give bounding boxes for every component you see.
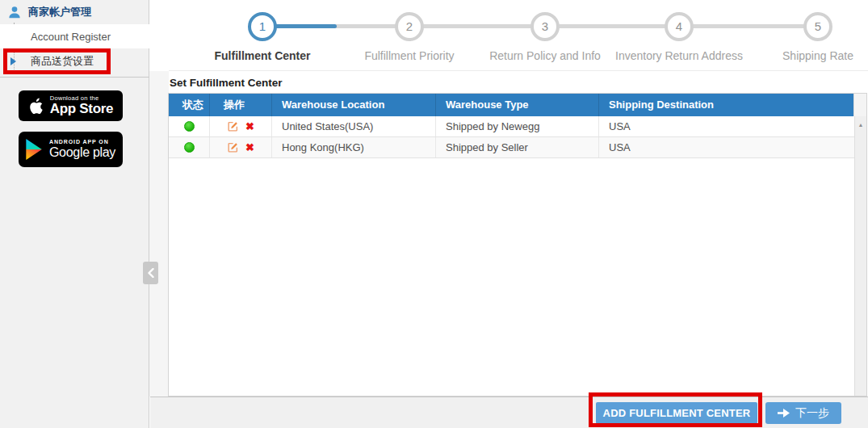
status-active-dot	[184, 142, 195, 153]
google-play-icon	[26, 139, 43, 160]
status-cell	[169, 116, 210, 136]
sidebar: 商家帐户管理 Account Register 商品送货设置 Download …	[0, 0, 149, 428]
warehouse-location-cell: United States(USA)	[272, 116, 436, 136]
table-header-scrollbar-corner	[853, 94, 866, 116]
status-active-dot	[184, 121, 195, 132]
step-circle-2[interactable]: 2	[395, 12, 424, 41]
app-store-badge[interactable]: Download on the App Store	[19, 90, 123, 121]
vertical-scrollbar[interactable]: ▲	[854, 116, 866, 396]
google-play-badge[interactable]: ANDROID APP ON Google play	[19, 132, 123, 167]
caret-right-icon	[10, 57, 16, 65]
column-header-warehouse-type: Warehouse Type	[436, 94, 599, 116]
column-header-operation: 操作	[210, 94, 272, 116]
edit-icon[interactable]	[227, 120, 239, 132]
table-header-row: 状态 操作 Warehouse Location Warehouse Type …	[169, 94, 866, 116]
add-fulfillment-center-button[interactable]: ADD FULFILLMENT CENTER	[596, 402, 757, 424]
warehouse-type-cell: Shipped by Newegg	[436, 116, 599, 136]
page-title: Set Fulfillment Center	[170, 77, 283, 89]
content-gutter	[149, 71, 169, 397]
column-header-warehouse-location: Warehouse Location	[272, 94, 436, 116]
fulfillment-center-table: 状态 操作 Warehouse Location Warehouse Type …	[168, 93, 867, 397]
warehouse-location-cell: Hong Kong(HKG)	[272, 137, 436, 157]
shipping-destination-cell: USA	[599, 137, 853, 157]
next-step-button[interactable]: 下一步	[765, 402, 841, 424]
next-step-label: 下一步	[795, 406, 829, 421]
sidebar-item-account-register[interactable]: Account Register	[0, 24, 149, 48]
warehouse-type-cell: Shipped by Seller	[436, 137, 599, 157]
status-cell	[169, 137, 210, 157]
seller-portal-app: 商家帐户管理 Account Register 商品送货设置 Download …	[0, 0, 868, 428]
google-play-badge-title: Google play	[49, 145, 115, 160]
step-circle-1[interactable]: 1	[248, 12, 277, 41]
delete-icon[interactable]: ✖	[245, 142, 254, 153]
table-row[interactable]: ✖ United States(USA) Shipped by Newegg U…	[169, 116, 866, 137]
step-circle-4[interactable]: 4	[665, 12, 694, 41]
sidebar-divider	[0, 77, 149, 78]
apple-icon	[28, 97, 44, 115]
sidebar-item-delivery-settings[interactable]: 商品送货设置	[0, 48, 149, 73]
sidebar-item-account-management[interactable]: 商家帐户管理	[0, 0, 149, 24]
shipping-destination-cell: USA	[599, 116, 853, 136]
column-header-shipping-destination: Shipping Destination	[599, 94, 853, 116]
footer-bar: ADD FULFILLMENT CENTER 下一步	[150, 397, 868, 428]
sidebar-collapse-handle[interactable]	[143, 262, 158, 284]
scrollbar-up-arrow-icon[interactable]: ▲	[855, 116, 866, 128]
sidebar-section-label: 商家帐户管理	[28, 5, 91, 19]
operation-cell: ✖	[210, 137, 272, 157]
google-play-badge-tagline: ANDROID APP ON	[49, 139, 115, 145]
step-label-shipping-rate: Shipping Rate	[729, 49, 868, 62]
delivery-settings-label: 商品送货设置	[31, 54, 94, 69]
table-row[interactable]: ✖ Hong Kong(HKG) Shipped by Seller USA	[169, 137, 866, 158]
operation-cell: ✖	[210, 116, 272, 136]
app-store-badge-title: App Store	[50, 102, 114, 117]
column-header-status: 状态	[169, 94, 210, 116]
arrow-right-icon	[778, 409, 790, 418]
chevron-left-icon	[148, 268, 154, 278]
step-circle-3[interactable]: 3	[530, 12, 560, 41]
account-register-label: Account Register	[31, 31, 111, 43]
wizard-stepper: 1 2 3 4 5 Fulfillment Center Fulfillment…	[169, 0, 868, 71]
delete-icon[interactable]: ✖	[245, 121, 254, 132]
user-icon	[7, 5, 22, 19]
step-circle-5[interactable]: 5	[803, 12, 832, 41]
edit-icon[interactable]	[227, 141, 239, 153]
